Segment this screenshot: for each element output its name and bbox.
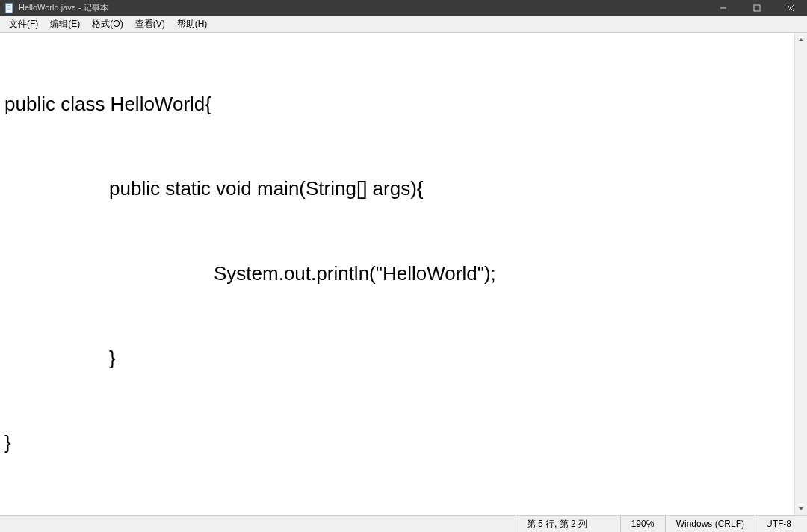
code-line: System.out.println("HelloWorld"); <box>4 260 803 288</box>
status-zoom: 190% <box>620 516 665 532</box>
code-line: public class HelloWorld{ <box>4 90 803 119</box>
status-encoding: UTF-8 <box>755 516 807 532</box>
menu-edit[interactable]: 编辑(E) <box>44 16 86 32</box>
vertical-scrollbar[interactable] <box>794 33 807 515</box>
menubar: 文件(F) 编辑(E) 格式(O) 查看(V) 帮助(H) <box>0 16 807 33</box>
notepad-icon <box>4 3 15 13</box>
code-line: public static void main(String[] args){ <box>4 175 803 203</box>
statusbar: 第 5 行, 第 2 列 190% Windows (CRLF) UTF-8 <box>0 515 807 532</box>
status-line-ending: Windows (CRLF) <box>665 516 755 532</box>
svg-marker-9 <box>799 38 803 41</box>
text-editor[interactable]: public class HelloWorld{ public static v… <box>0 33 807 515</box>
menu-view[interactable]: 查看(V) <box>129 16 171 32</box>
window-title: HelloWorld.java - 记事本 <box>19 2 706 13</box>
window-controls <box>706 0 807 16</box>
svg-rect-6 <box>754 5 760 11</box>
menu-file[interactable]: 文件(F) <box>3 16 44 32</box>
status-cursor-position: 第 5 行, 第 2 列 <box>516 516 620 532</box>
close-button[interactable] <box>773 0 807 16</box>
menu-help[interactable]: 帮助(H) <box>171 16 214 32</box>
menu-format[interactable]: 格式(O) <box>86 16 129 32</box>
scroll-down-arrow-icon[interactable] <box>795 502 807 515</box>
scroll-up-arrow-icon[interactable] <box>795 33 807 46</box>
minimize-button[interactable] <box>706 0 740 16</box>
code-line: } <box>4 344 803 373</box>
titlebar: HelloWorld.java - 记事本 <box>0 0 807 16</box>
maximize-button[interactable] <box>740 0 773 16</box>
code-line: } <box>4 429 803 457</box>
svg-marker-10 <box>799 507 803 510</box>
